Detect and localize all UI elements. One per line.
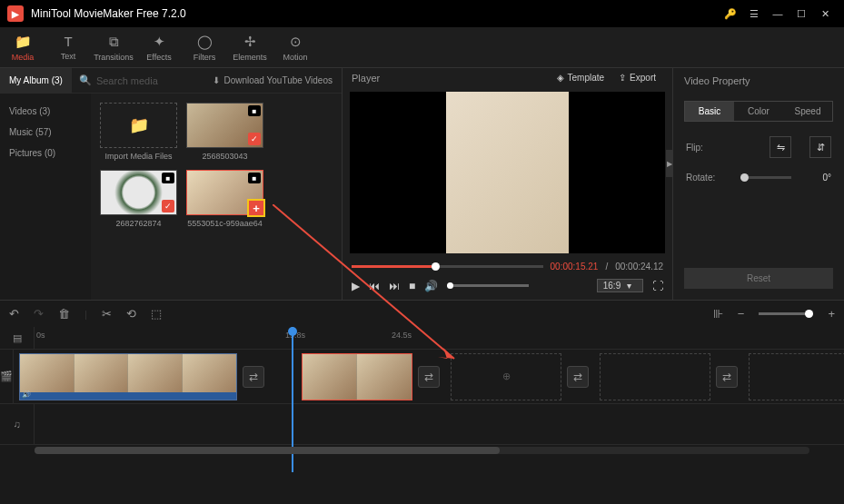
- zoom-out-button[interactable]: −: [738, 307, 745, 321]
- zoom-fit-button[interactable]: ⊪: [713, 307, 723, 321]
- media-thumb-2[interactable]: ■ ✓: [100, 170, 177, 215]
- template-button[interactable]: ◈ Template: [550, 73, 612, 83]
- export-icon: ⇪: [619, 73, 626, 83]
- stop-button[interactable]: ■: [409, 280, 415, 292]
- sidebar-item-pictures[interactable]: Pictures (0): [0, 143, 91, 163]
- video-clip-2[interactable]: [302, 353, 412, 400]
- key-icon[interactable]: 🔑: [719, 2, 742, 25]
- player-title: Player: [352, 73, 380, 84]
- drop-slot[interactable]: [600, 353, 710, 400]
- import-media-button[interactable]: 📁: [100, 103, 177, 148]
- minimize-button[interactable]: —: [766, 2, 789, 25]
- album-tab[interactable]: My Album (3): [0, 68, 72, 94]
- sidebar-item-music[interactable]: Music (57): [0, 122, 91, 143]
- video-track-icon: 🎬: [0, 350, 14, 403]
- rotate-value: 0°: [809, 173, 831, 183]
- play-button[interactable]: ▶: [352, 280, 360, 292]
- elements-icon: ✢: [244, 34, 256, 50]
- transition-slot-4[interactable]: ⇄: [716, 366, 738, 388]
- audio-strip: [20, 392, 236, 400]
- drop-slot[interactable]: [749, 353, 844, 400]
- transitions-icon: ⧉: [109, 34, 119, 50]
- tab-filters[interactable]: ◯ Filters: [182, 27, 227, 67]
- zoom-slider[interactable]: [759, 312, 813, 315]
- audio-track-icon: ♫: [0, 404, 35, 444]
- close-button[interactable]: ✕: [813, 2, 837, 25]
- ruler-mark: 24.5s: [392, 331, 412, 340]
- crop-button[interactable]: ⬚: [151, 307, 162, 321]
- media-label: 2682762874: [100, 219, 177, 228]
- tab-text[interactable]: T Text: [45, 27, 91, 67]
- flip-label: Flip:: [686, 143, 722, 153]
- undo-button[interactable]: ↶: [9, 307, 19, 321]
- effects-icon: ✦: [154, 34, 165, 50]
- progress-bar[interactable]: [352, 265, 543, 268]
- speed-button[interactable]: ⟲: [126, 307, 136, 321]
- prop-tab-speed[interactable]: Speed: [783, 102, 832, 121]
- fullscreen-button[interactable]: ⛶: [652, 280, 663, 292]
- rotate-label: Rotate:: [686, 173, 722, 183]
- search-input[interactable]: 🔍 Search media: [72, 74, 204, 86]
- download-youtube-link[interactable]: ⬇ Download YouTube Videos: [204, 75, 342, 85]
- transition-slot-1[interactable]: ⇄: [243, 366, 264, 388]
- download-icon: ⬇: [213, 75, 220, 85]
- tab-transitions[interactable]: ⧉ Transitions: [91, 27, 136, 67]
- volume-icon[interactable]: 🔊: [424, 280, 438, 292]
- maximize-button[interactable]: ☐: [789, 2, 813, 25]
- time-total: 00:00:24.12: [615, 262, 663, 272]
- transition-slot-2[interactable]: ⇄: [418, 366, 440, 388]
- tab-effects[interactable]: ✦ Effects: [136, 27, 182, 67]
- redo-button[interactable]: ↷: [34, 307, 44, 321]
- flip-vertical-button[interactable]: ⇵: [809, 136, 831, 158]
- folder-icon: 📁: [15, 34, 32, 50]
- search-icon: 🔍: [79, 74, 92, 86]
- drop-slot[interactable]: ⊕: [451, 353, 561, 400]
- chevron-down-icon: ▾: [627, 281, 631, 291]
- aspect-ratio-select[interactable]: 16:9 ▾: [597, 279, 643, 292]
- check-icon: ✓: [162, 200, 174, 212]
- panel-title: Video Property: [673, 68, 844, 94]
- media-thumb-3[interactable]: ■ +: [186, 170, 263, 215]
- time-current: 00:00:15.21: [551, 262, 599, 272]
- prop-tab-basic[interactable]: Basic: [685, 102, 734, 121]
- menu-icon[interactable]: ☰: [742, 2, 766, 25]
- delete-button[interactable]: 🗑: [58, 307, 70, 321]
- video-clip-1[interactable]: [19, 353, 237, 400]
- export-button[interactable]: ⇪ Export: [611, 73, 663, 83]
- check-icon: ✓: [248, 133, 261, 145]
- next-frame-button[interactable]: ⏭: [389, 280, 400, 292]
- add-to-timeline-button[interactable]: +: [247, 199, 265, 217]
- collapse-panel-button[interactable]: ▶: [666, 150, 673, 177]
- video-frame: [446, 92, 569, 253]
- timeline-ruler[interactable]: 0s 15.8s 24.5s: [35, 327, 844, 349]
- volume-slider[interactable]: [447, 284, 529, 287]
- video-preview[interactable]: [350, 92, 665, 253]
- media-label: 2568503043: [186, 152, 263, 161]
- media-thumb-1[interactable]: ■ ✓: [186, 103, 263, 148]
- audio-track[interactable]: [35, 404, 844, 444]
- transition-slot-3[interactable]: ⇄: [567, 366, 589, 388]
- app-logo: ▶: [7, 5, 24, 22]
- prev-frame-button[interactable]: ⏮: [369, 280, 380, 292]
- import-label: Import Media Files: [100, 152, 177, 161]
- horizontal-scrollbar[interactable]: [35, 447, 809, 454]
- timeline-options-icon[interactable]: ▤: [0, 327, 35, 349]
- media-label: 5553051c-959aae64: [186, 219, 263, 228]
- tab-elements[interactable]: ✢ Elements: [227, 27, 273, 67]
- video-badge-icon: ■: [248, 105, 261, 116]
- app-title: MiniTool MovieMaker Free 7.2.0: [31, 7, 186, 20]
- rotate-slider[interactable]: [740, 176, 791, 179]
- split-button[interactable]: ✂: [102, 307, 112, 321]
- tab-motion[interactable]: ⊙ Motion: [273, 27, 318, 67]
- video-badge-icon: ■: [162, 173, 174, 183]
- zoom-in-button[interactable]: +: [828, 307, 835, 321]
- prop-tab-color[interactable]: Color: [734, 102, 783, 121]
- text-icon: T: [64, 34, 72, 49]
- sidebar-item-videos[interactable]: Videos (3): [0, 101, 91, 122]
- motion-icon: ⊙: [290, 34, 302, 50]
- video-badge-icon: ■: [248, 173, 261, 183]
- tab-media[interactable]: 📁 Media: [0, 27, 45, 67]
- flip-horizontal-button[interactable]: ⇋: [770, 136, 791, 158]
- template-icon: ◈: [557, 73, 564, 83]
- reset-button[interactable]: Reset: [684, 268, 833, 289]
